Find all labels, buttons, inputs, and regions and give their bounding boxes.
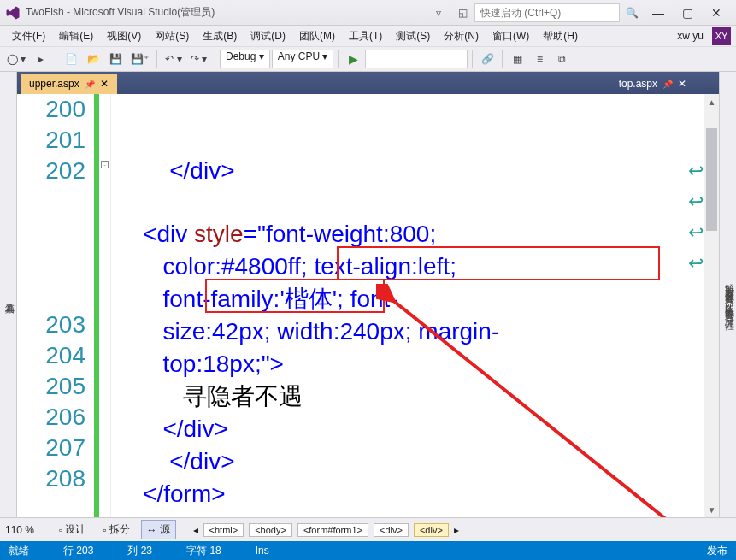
- title-bar: TwoFish - Microsoft Visual Studio(管理员) ▿…: [0, 0, 736, 26]
- view-split-button[interactable]: ▫ 拆分: [97, 520, 135, 539]
- menu-website[interactable]: 网站(S): [148, 29, 196, 44]
- breadcrumb-form[interactable]: <form#form1>: [297, 523, 368, 537]
- breadcrumb-nav-icon[interactable]: ◂: [193, 524, 198, 536]
- line-number: 205: [17, 371, 85, 402]
- undo-button[interactable]: ↶ ▾: [162, 49, 185, 69]
- word-wrap-icon: ↩: [688, 248, 704, 279]
- line-number: 202: [17, 156, 85, 186]
- browser-link-button[interactable]: 🔗: [477, 49, 498, 69]
- breadcrumb-html[interactable]: <html>: [203, 523, 244, 537]
- tab-close-icon[interactable]: ✕: [678, 78, 686, 90]
- scroll-up-icon[interactable]: ▲: [704, 94, 719, 109]
- vertical-scrollbar[interactable]: ▲ ▼: [704, 94, 719, 517]
- zoom-level[interactable]: 110 %: [5, 524, 48, 536]
- tab-upper-aspx[interactable]: upper.aspx 📌 ✕: [21, 74, 117, 94]
- vs-logo-icon: [5, 5, 21, 21]
- user-avatar[interactable]: XY: [712, 27, 731, 45]
- line-number: 201: [17, 125, 85, 156]
- tool-a-button[interactable]: ▦: [507, 49, 527, 69]
- code-surface[interactable]: </div> <div style="font-weight:800; colo…: [111, 94, 704, 517]
- menu-bar: 文件(F) 编辑(E) 视图(V) 网站(S) 生成(B) 调试(D) 团队(M…: [0, 26, 736, 46]
- maximize-button[interactable]: ▢: [673, 1, 702, 25]
- status-bar: 就绪 行 203 列 23 字符 18 Ins 发布: [0, 541, 736, 560]
- nav-back-button[interactable]: ◯ ▾: [3, 49, 29, 69]
- line-number: 200: [17, 94, 85, 125]
- status-char: 字符 18: [186, 544, 221, 558]
- pin-icon[interactable]: 📌: [662, 80, 673, 89]
- line-number: 203: [17, 309, 85, 340]
- save-all-button[interactable]: 💾⁺: [127, 49, 152, 69]
- status-line: 行 203: [63, 544, 93, 558]
- separator: [338, 50, 339, 68]
- config-combo[interactable]: Debug ▾: [220, 50, 270, 68]
- user-name[interactable]: xw yu: [672, 30, 709, 42]
- editor-area: upper.aspx 📌 ✕ top.aspx 📌 ✕ 200 201 202 …: [17, 72, 719, 517]
- tab-label: upper.aspx: [29, 78, 79, 90]
- outlining-margin[interactable]: -: [99, 94, 111, 517]
- highlight-box-1: [337, 246, 660, 280]
- open-button[interactable]: 📂: [83, 49, 103, 69]
- menu-help[interactable]: 帮助(H): [536, 29, 585, 44]
- pin-icon[interactable]: 📌: [85, 80, 95, 89]
- breadcrumb-body[interactable]: <body>: [249, 523, 292, 537]
- separator: [56, 50, 56, 68]
- start-target-combo[interactable]: [365, 50, 468, 68]
- tool-c-button[interactable]: ⧉: [551, 49, 572, 69]
- minimize-button[interactable]: —: [644, 1, 673, 25]
- document-tabs: upper.aspx 📌 ✕ top.aspx 📌 ✕: [17, 72, 719, 94]
- redo-button[interactable]: ↷ ▾: [187, 49, 210, 69]
- word-wrap-icon: ↩: [688, 186, 704, 217]
- platform-combo[interactable]: Any CPU ▾: [272, 50, 334, 68]
- tab-label: top.aspx: [619, 78, 657, 90]
- start-button[interactable]: ▶: [343, 49, 363, 69]
- notifications-icon[interactable]: ◱: [450, 1, 474, 25]
- flag-icon[interactable]: ▿: [427, 1, 450, 25]
- menu-debug[interactable]: 调试(D): [244, 29, 292, 44]
- word-wrap-icon: ↩: [688, 217, 704, 248]
- highlight-box-2: [205, 279, 385, 313]
- status-publish[interactable]: 发布: [707, 544, 727, 558]
- new-button[interactable]: 📄: [61, 49, 81, 69]
- editor-bottom-bar: 110 % ▫ 设计 ▫ 拆分 ↔ 源 ◂ <html> <body> <for…: [0, 517, 736, 541]
- line-number: 204: [17, 340, 85, 371]
- main-toolbar: ◯ ▾ ▸ 📄 📂 💾 💾⁺ ↶ ▾ ↷ ▾ Debug ▾ Any CPU ▾…: [0, 46, 736, 72]
- collapse-toggle-icon[interactable]: -: [101, 161, 109, 168]
- view-design-button[interactable]: ▫ 设计: [53, 520, 91, 539]
- search-icon[interactable]: 🔍: [620, 1, 644, 25]
- nav-fwd-button[interactable]: ▸: [31, 49, 51, 69]
- separator: [215, 50, 215, 68]
- tab-top-aspx[interactable]: top.aspx 📌 ✕: [610, 74, 695, 94]
- separator: [472, 50, 473, 68]
- separator: [156, 50, 157, 68]
- close-button[interactable]: ✕: [702, 1, 731, 25]
- menu-edit[interactable]: 编辑(E): [52, 29, 100, 44]
- menu-test[interactable]: 测试(S): [389, 29, 437, 44]
- scroll-thumb[interactable]: [706, 128, 717, 231]
- save-button[interactable]: 💾: [105, 49, 126, 69]
- breadcrumb-nav-icon[interactable]: ▸: [454, 524, 459, 536]
- menu-team[interactable]: 团队(M): [292, 29, 342, 44]
- status-ins: Ins: [256, 545, 269, 557]
- line-number-gutter: 200 201 202 203 204 205 206 207 208: [17, 94, 99, 517]
- menu-view[interactable]: 视图(V): [100, 29, 148, 44]
- breadcrumb-div[interactable]: <div>: [374, 523, 409, 537]
- line-number: 207: [17, 433, 85, 463]
- status-ready: 就绪: [9, 544, 29, 558]
- menu-analyze[interactable]: 分析(N): [437, 29, 486, 44]
- window-title: TwoFish - Microsoft Visual Studio(管理员): [26, 5, 215, 20]
- right-tool-tabs[interactable]: 解决方案资源管理器 团队资源管理器 属性: [719, 72, 736, 517]
- left-toolbox-tab[interactable]: 工具箱: [0, 72, 17, 517]
- menu-tools[interactable]: 工具(T): [342, 29, 389, 44]
- menu-build[interactable]: 生成(B): [196, 29, 244, 44]
- code-editor[interactable]: 200 201 202 203 204 205 206 207 208 - </…: [17, 94, 719, 517]
- quick-launch-input[interactable]: [474, 3, 620, 22]
- status-col: 列 23: [127, 544, 152, 558]
- line-number: 206: [17, 402, 85, 433]
- tool-b-button[interactable]: ≡: [529, 49, 550, 69]
- breadcrumb-div-current[interactable]: <div>: [414, 523, 449, 537]
- menu-window[interactable]: 窗口(W): [486, 29, 536, 44]
- scroll-down-icon[interactable]: ▼: [704, 502, 719, 517]
- menu-file[interactable]: 文件(F): [5, 29, 52, 44]
- view-source-button[interactable]: ↔ 源: [141, 520, 176, 539]
- tab-close-icon[interactable]: ✕: [100, 78, 109, 90]
